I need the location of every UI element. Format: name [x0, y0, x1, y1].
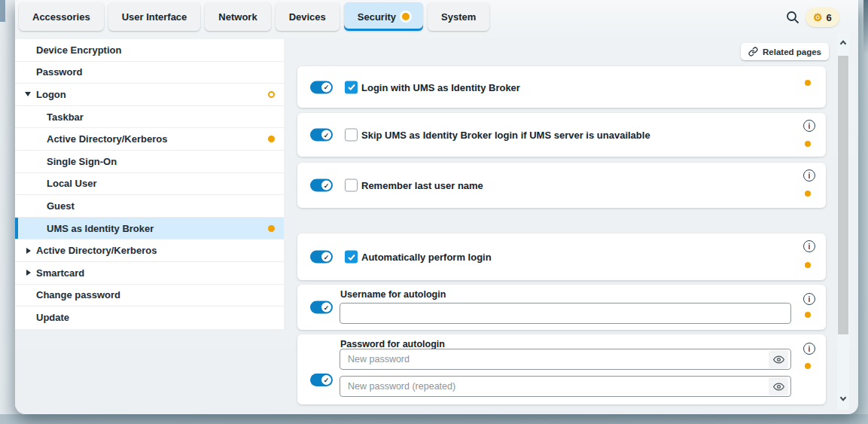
modified-dot	[805, 363, 811, 369]
related-pages-button[interactable]: Related pages	[741, 43, 829, 60]
sidebar-item-label: Device Encryption	[36, 44, 121, 56]
show-password-button[interactable]	[769, 377, 788, 395]
desktop-bottom-band	[0, 414, 868, 424]
checkbox-checked[interactable]	[345, 81, 358, 93]
toggle-knob-check: ✓	[321, 303, 331, 313]
checkbox-unchecked[interactable]	[345, 129, 358, 142]
setting-label: Login with UMS as Identity Broker	[361, 81, 520, 93]
new-password-input[interactable]	[340, 349, 791, 370]
modified-dot	[805, 141, 811, 147]
setup-window: Accessories User Interface Network Devic…	[15, 0, 858, 414]
tab-user-interface[interactable]: User Interface	[108, 2, 201, 31]
toggle-knob-check: ✓	[321, 252, 331, 262]
badge-count: 6	[827, 12, 832, 23]
field-label: Password for autologin	[340, 339, 445, 349]
toggle-on[interactable]: ✓	[310, 81, 333, 93]
chevron-right-icon[interactable]	[26, 270, 31, 276]
tab-label: Accessories	[32, 11, 90, 23]
scroll-down-icon[interactable]	[837, 390, 849, 407]
modified-ring	[268, 91, 275, 98]
toggle-knob-check: ✓	[321, 130, 331, 140]
sidebar-item-label: Password	[36, 66, 82, 78]
selected-indicator	[15, 218, 18, 239]
sidebar-item-update[interactable]: Update	[15, 307, 284, 329]
modified-dot	[805, 262, 811, 268]
related-pages-label: Related pages	[763, 47, 821, 56]
sidebar-item-label: UMS as Identity Broker	[47, 223, 154, 234]
settings-panel: Related pages ✓ Login with UMS as Identi…	[297, 0, 826, 414]
modified-dot	[805, 191, 811, 197]
sidebar-item-label: Update	[36, 312, 69, 323]
checkbox-unchecked[interactable]	[345, 179, 358, 192]
setting-row-automatically-perform-login: ✓ Automatically perform login i	[297, 233, 826, 280]
info-icon[interactable]: i	[803, 343, 815, 355]
repeat-password-input[interactable]	[340, 376, 791, 397]
sidebar-item-single-sign-on[interactable]: Single Sign-On	[15, 151, 284, 173]
desktop-left-strip	[0, 0, 5, 22]
sidebar-item-label: Logon	[36, 89, 66, 100]
sidebar-item-label: Change password	[36, 289, 120, 300]
sidebar-item-guest[interactable]: Guest	[15, 195, 284, 218]
setting-row-remember-last-user: ✓ Remember last user name i	[297, 163, 826, 208]
tab-accessories[interactable]: Accessories	[19, 2, 104, 31]
sidebar-item-label: Smartcard	[36, 267, 84, 279]
setting-row-login-with-ums: ✓ Login with UMS as Identity Broker	[297, 66, 826, 108]
tab-label: Network	[218, 11, 257, 23]
modified-dot	[268, 136, 275, 142]
field-label: Username for autologin	[340, 289, 446, 300]
desktop-right-strip	[863, 0, 868, 54]
sidebar-item-smartcard[interactable]: Smartcard	[15, 262, 284, 285]
setting-label: Automatically perform login	[361, 252, 492, 263]
sidebar-item-password[interactable]: Password	[15, 62, 284, 84]
vertical-scrollbar[interactable]	[837, 33, 849, 410]
settings-nav-sidebar: Device Encryption Password Logon Taskbar…	[15, 39, 284, 329]
link-icon	[748, 47, 758, 56]
sidebar-item-label: Guest	[47, 200, 75, 212]
sidebar-item-active-directory-kerberos-group[interactable]: Active Directory/Kerberos	[15, 239, 284, 262]
toggle-knob-check: ✓	[321, 181, 331, 191]
setting-row-password-for-autologin: ✓ Password for autologin i	[297, 334, 826, 404]
info-icon[interactable]: i	[803, 120, 815, 132]
toggle-knob-check: ✓	[321, 375, 331, 385]
toggle-knob-check: ✓	[321, 82, 331, 92]
modified-dot	[268, 225, 275, 232]
toggle-on[interactable]: ✓	[310, 251, 333, 264]
info-icon[interactable]: i	[803, 293, 815, 305]
scrollbar-thumb[interactable]	[838, 56, 848, 334]
sidebar-item-logon[interactable]: Logon	[15, 84, 284, 106]
sidebar-item-label: Active Directory/Kerberos	[36, 245, 157, 256]
show-password-button[interactable]	[769, 350, 788, 368]
scroll-up-icon[interactable]	[837, 35, 849, 51]
sidebar-item-label: Taskbar	[47, 111, 84, 123]
chevron-right-icon[interactable]	[26, 248, 31, 254]
checkbox-checked[interactable]	[345, 251, 358, 264]
tab-network[interactable]: Network	[205, 2, 270, 31]
sidebar-item-device-encryption[interactable]: Device Encryption	[15, 39, 284, 62]
eye-icon	[773, 381, 784, 392]
modified-dot	[805, 80, 811, 86]
toggle-on[interactable]: ✓	[310, 301, 333, 314]
setting-row-username-for-autologin: ✓ Username for autologin i	[297, 285, 826, 330]
setting-label: Remember last user name	[361, 180, 483, 191]
modified-dot	[805, 312, 811, 318]
sidebar-item-label: Local User	[47, 178, 96, 189]
sidebar-item-label: Single Sign-On	[47, 156, 117, 167]
sidebar-item-taskbar[interactable]: Taskbar	[15, 106, 284, 129]
tab-label: User Interface	[122, 11, 187, 23]
sidebar-item-local-user[interactable]: Local User	[15, 173, 284, 196]
setting-row-skip-ums-login: ✓ Skip UMS as Identity Broker login if U…	[297, 113, 826, 157]
sidebar-item-ums-as-identity-broker[interactable]: UMS as Identity Broker	[15, 218, 284, 240]
info-icon[interactable]: i	[803, 169, 815, 181]
toggle-on[interactable]: ✓	[310, 129, 333, 142]
eye-icon	[773, 354, 784, 365]
sidebar-item-change-password[interactable]: Change password	[15, 285, 284, 307]
info-icon[interactable]: i	[803, 240, 815, 252]
toggle-on[interactable]: ✓	[310, 179, 333, 192]
setting-label: Skip UMS as Identity Broker login if UMS…	[361, 130, 650, 141]
sidebar-item-label: Active Directory/Kerberos	[47, 133, 167, 145]
sidebar-item-active-directory-kerberos[interactable]: Active Directory/Kerberos	[15, 128, 284, 151]
username-autologin-input[interactable]	[340, 303, 791, 324]
chevron-down-icon[interactable]	[25, 92, 31, 96]
toggle-on[interactable]: ✓	[310, 374, 333, 386]
